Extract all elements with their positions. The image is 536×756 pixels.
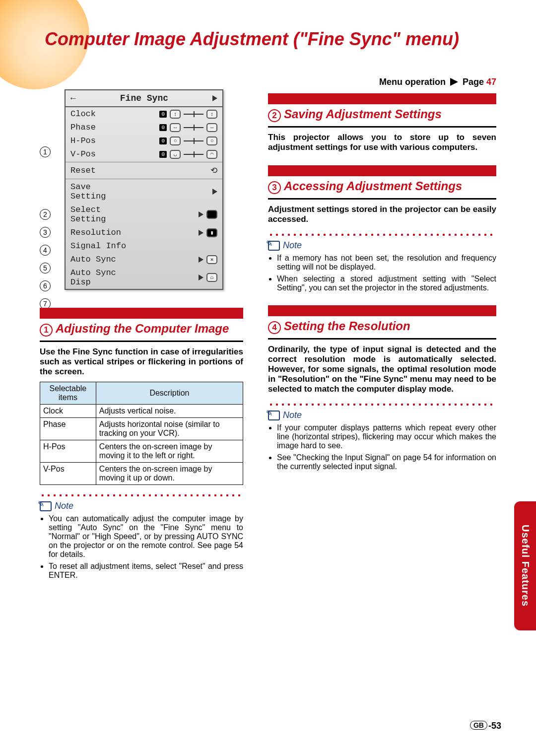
osd-item-hpos: H-Pos xyxy=(70,136,130,145)
osd-back-icon: ← xyxy=(70,93,76,103)
osd-item-phase: Phase xyxy=(70,123,130,132)
osd-item-resolution: Resolution xyxy=(70,228,130,237)
osd-item-signal: Signal Info xyxy=(70,241,130,251)
menu-operation-ref: Menu operation Page 47 xyxy=(379,77,496,87)
page-number: GB-53 xyxy=(470,721,501,731)
note-icon xyxy=(268,411,280,420)
dotted-rule xyxy=(268,233,496,236)
arrow-right-icon xyxy=(450,78,458,86)
osd-item-vpos: V-Pos xyxy=(70,149,130,159)
section-3-notes: If a memory has not been set, the resolu… xyxy=(277,254,496,292)
section-divider-bar xyxy=(268,165,496,176)
section-1-heading: 1Adjusting the Computer Image xyxy=(40,319,243,342)
note-heading: Note xyxy=(40,501,243,511)
osd-item-clock: Clock xyxy=(70,109,130,119)
section-1-intro: Use the Fine Sync function in case of ir… xyxy=(40,347,243,377)
page-number-link[interactable]: 47 xyxy=(486,77,496,87)
fine-sync-osd: ← Fine Sync Clock0↕↕ Phase0↔↔ H-Pos0○○ V… xyxy=(65,89,223,290)
section-3-heading: 3Accessing Adjustment Settings xyxy=(268,176,496,200)
osd-item-autosync: Auto Sync xyxy=(70,255,130,264)
osd-title: Fine Sync xyxy=(120,93,168,103)
section-3-intro: Adjustment settings stored in the projec… xyxy=(268,205,496,224)
osd-callouts: 1 2 3 4 5 6 7 xyxy=(40,93,55,313)
section-4-heading: 4Setting the Resolution xyxy=(268,316,496,340)
section-2-heading: 2Saving Adjustment Settings xyxy=(268,104,496,128)
page-title: Computer Image Adjustment ("Fine Sync" m… xyxy=(45,29,459,50)
section-divider-bar xyxy=(268,93,496,104)
osd-item-autosyncdisp: Auto Sync Disp xyxy=(70,268,130,287)
note-icon xyxy=(40,501,52,511)
osd-item-select: Select Setting xyxy=(70,205,130,224)
side-tab-useful-features: Useful Features xyxy=(514,501,536,630)
reset-icon: ⟲ xyxy=(210,165,217,176)
note-heading: Note xyxy=(268,410,496,420)
note-heading: Note xyxy=(268,240,496,251)
note-icon xyxy=(268,241,280,251)
section-4-intro: Ordinarily, the type of input signal is … xyxy=(268,344,496,394)
section-2-intro: This projector allows you to store up to… xyxy=(268,133,496,152)
selectable-items-table: Selectable itemsDescription ClockAdjusts… xyxy=(40,382,243,485)
section-1-notes: You can automatically adjust the compute… xyxy=(49,514,243,580)
section-divider-bar xyxy=(40,308,243,319)
section-divider-bar xyxy=(268,305,496,316)
osd-forward-icon xyxy=(212,95,217,101)
page-label: Page xyxy=(463,77,484,87)
osd-item-save: Save Setting xyxy=(70,182,130,201)
section-4-notes: If your computer displays patterns which… xyxy=(277,423,496,471)
osd-item-reset: Reset xyxy=(70,166,130,175)
menu-operation-label: Menu operation xyxy=(379,77,446,87)
dotted-rule xyxy=(40,494,243,497)
dotted-rule xyxy=(268,403,496,406)
